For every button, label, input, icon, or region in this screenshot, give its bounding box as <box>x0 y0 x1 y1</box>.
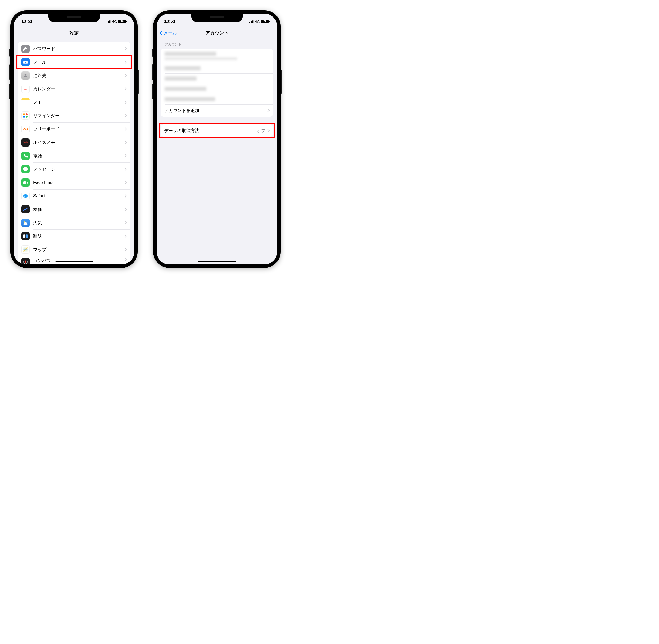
row-label: ボイスメモ <box>33 140 124 145</box>
facetime-icon <box>21 179 30 187</box>
page-title: 設定 <box>70 30 79 36</box>
settings-row-voicememo[interactable]: ボイスメモ <box>18 136 130 149</box>
account-row-redacted[interactable] <box>161 94 273 104</box>
translate-icon <box>21 232 30 240</box>
settings-row-compass[interactable]: コンパス <box>18 256 130 264</box>
safari-icon <box>21 192 30 200</box>
weather-icon <box>21 218 30 227</box>
account-row-redacted[interactable] <box>161 49 273 63</box>
chevron-right-icon <box>124 127 127 131</box>
settings-row-safari[interactable]: Safari <box>18 189 130 203</box>
row-label: 翻訳 <box>33 233 124 239</box>
chevron-right-icon <box>124 141 127 144</box>
row-label: メモ <box>33 99 124 105</box>
settings-row-translate[interactable]: 翻訳 <box>18 229 130 243</box>
compass-icon <box>21 258 30 264</box>
chevron-right-icon <box>124 194 127 198</box>
chevron-right-icon <box>124 74 127 77</box>
network-label: 4G <box>112 19 117 24</box>
account-row-redacted[interactable] <box>161 84 273 94</box>
chevron-right-icon <box>124 114 127 117</box>
fetch-label: データの取得方法 <box>164 128 257 134</box>
chevron-right-icon <box>124 87 127 91</box>
settings-row-maps[interactable]: マップ <box>18 243 130 256</box>
row-label: フリーボード <box>33 126 124 132</box>
settings-row-weather[interactable]: 天気 <box>18 216 130 229</box>
settings-row-passwords[interactable]: パスワード <box>18 42 130 55</box>
fetch-value: オフ <box>257 128 265 134</box>
row-label: メール <box>33 59 124 65</box>
row-label: 株価 <box>33 207 124 212</box>
svg-rect-7 <box>23 234 25 238</box>
chevron-right-icon <box>124 154 127 158</box>
row-label: マップ <box>33 247 124 253</box>
signal-icon <box>250 20 254 23</box>
account-row-redacted[interactable] <box>161 73 273 84</box>
row-label: Safari <box>33 193 124 199</box>
chevron-right-icon <box>267 109 269 112</box>
home-indicator[interactable] <box>198 261 236 262</box>
settings-row-stocks[interactable]: 株価 <box>18 203 130 216</box>
nav-bar: 設定 <box>14 26 134 39</box>
accounts-list: アカウントを追加 <box>161 49 273 117</box>
home-indicator[interactable] <box>55 261 93 262</box>
battery-icon: 79 <box>261 20 269 23</box>
settings-row-facetime[interactable]: FaceTime <box>18 176 130 189</box>
row-label: カレンダー <box>33 86 124 92</box>
reminders-icon <box>21 112 30 120</box>
phone-icon <box>21 152 30 160</box>
chevron-right-icon <box>124 60 127 64</box>
chevron-right-icon <box>124 167 127 171</box>
row-label: メッセージ <box>33 166 124 172</box>
phone-left: 13:51 4G 79 設定 パスワードメール連絡先●●●カレンダーメモリマイン… <box>10 10 138 268</box>
settings-row-notes[interactable]: メモ <box>18 95 130 109</box>
status-time: 13:51 <box>164 19 175 24</box>
row-label: FaceTime <box>33 180 124 185</box>
settings-row-mail[interactable]: メール <box>18 55 130 69</box>
row-label: リマインダー <box>33 113 124 119</box>
settings-list: パスワードメール連絡先●●●カレンダーメモリマインダーフリーボードボイスメモ電話… <box>18 42 130 264</box>
svg-point-1 <box>25 74 26 76</box>
chevron-right-icon <box>124 258 127 261</box>
settings-row-calendar[interactable]: ●●●カレンダー <box>18 82 130 95</box>
chevron-right-icon <box>124 181 127 184</box>
settings-row-messages[interactable]: メッセージ <box>18 162 130 176</box>
nav-bar: メール アカウント <box>157 26 277 39</box>
add-account-label: アカウントを追加 <box>164 108 267 114</box>
fetch-group: データの取得方法 オフ <box>161 124 273 137</box>
row-fetch-new-data[interactable]: データの取得方法 オフ <box>161 124 273 137</box>
notch <box>191 14 243 22</box>
row-label: 電話 <box>33 153 124 159</box>
back-button[interactable]: メール <box>160 30 177 36</box>
notes-icon <box>21 98 30 106</box>
row-label: パスワード <box>33 46 124 52</box>
settings-row-contacts[interactable]: 連絡先 <box>18 69 130 82</box>
settings-row-phone[interactable]: 電話 <box>18 149 130 162</box>
svg-rect-0 <box>23 61 28 64</box>
settings-row-reminders[interactable]: リマインダー <box>18 109 130 122</box>
chevron-right-icon <box>267 129 269 132</box>
add-account-row[interactable]: アカウントを追加 <box>161 104 273 117</box>
row-label: 天気 <box>33 220 124 226</box>
row-label: 連絡先 <box>33 73 124 78</box>
contacts-icon <box>21 71 30 79</box>
settings-row-freeform[interactable]: フリーボード <box>18 122 130 136</box>
section-header-accounts: アカウント <box>165 42 269 47</box>
row-label: コンパス <box>33 258 124 264</box>
account-row-redacted[interactable] <box>161 63 273 73</box>
svg-rect-8 <box>26 234 28 238</box>
voicememo-icon <box>21 138 30 146</box>
page-title: アカウント <box>206 30 229 36</box>
network-label: 4G <box>255 19 260 24</box>
key-icon <box>21 45 30 53</box>
stocks-icon <box>21 205 30 213</box>
phone-right: 13:51 4G 79 メール アカウント アカウント アカウントを追加 データ… <box>153 10 281 268</box>
svg-rect-2 <box>23 181 26 184</box>
messages-icon <box>21 165 30 173</box>
chevron-right-icon <box>124 100 127 104</box>
signal-icon <box>107 20 111 23</box>
freeform-icon <box>21 125 30 133</box>
chevron-right-icon <box>124 248 127 251</box>
chevron-right-icon <box>124 47 127 50</box>
back-label: メール <box>164 30 177 36</box>
